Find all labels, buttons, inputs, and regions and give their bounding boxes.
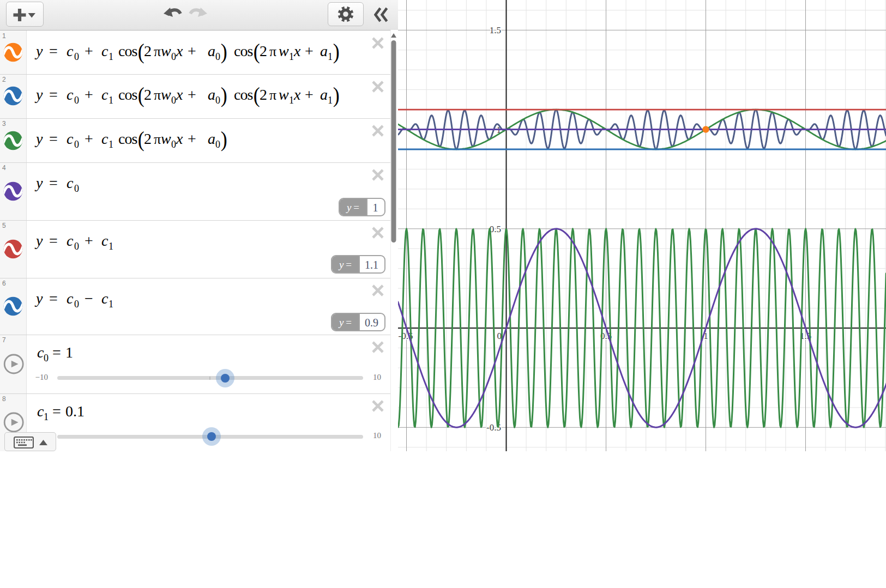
svg-text:0: 0 — [497, 331, 502, 341]
svg-text:1.5: 1.5 — [490, 25, 501, 35]
svg-text:0.5: 0.5 — [490, 224, 501, 234]
